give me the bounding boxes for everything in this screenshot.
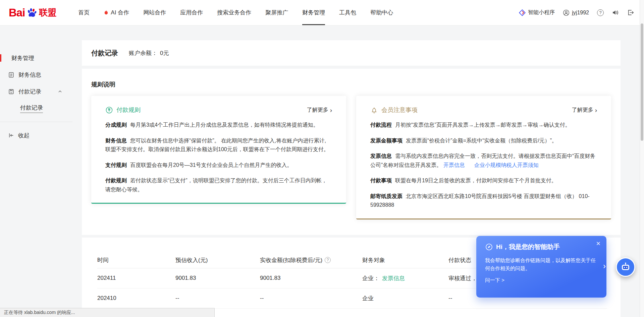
notice-label: 发票金额事项 bbox=[370, 138, 402, 143]
chevron-up-icon[interactable] bbox=[58, 89, 62, 94]
card-title: 会员注意事项 bbox=[381, 106, 418, 114]
assistant-next-chevron-icon[interactable]: › bbox=[603, 262, 606, 270]
smart-assistant-popup: Hi，我是您的智能助手 × 我会帮助您诊断合作链路问题，以及解答您关于任何合作相… bbox=[476, 236, 606, 298]
vertical-scrollbar[interactable] bbox=[640, 0, 644, 317]
rule-item: 付款规则若付款状态显示“已支付”，说明联盟已安排了您的付款。支付后三个工作日内到… bbox=[105, 176, 332, 194]
top-navigation-bar: Bai 联盟 首页 AI 合作 网站合作 应用合作 bbox=[0, 0, 644, 25]
rule-label: 支付规则 bbox=[105, 162, 127, 168]
member-notice-bell-icon bbox=[370, 106, 378, 114]
notice-text: 联盟在每月19日之后签收的发票，付款时间安排在下个月首批支付。 bbox=[395, 178, 557, 183]
sidebar: 财务管理 财务信息 付款记录 bbox=[0, 25, 82, 317]
miniprogram-label: 智能小程序 bbox=[528, 9, 555, 16]
rule-item: 分成规则每月第3或4个工作日产出上月分成信息及发票信息，如有特殊情况将提前通知。 bbox=[105, 121, 332, 130]
sidebar-label: 付款记录 bbox=[18, 88, 41, 96]
notice-item: 发票信息需与系统内发票信息内容完全一致，否则无法支付。请根据发票信息页面中“百度… bbox=[370, 152, 597, 170]
cell-estimated: 9001.83 bbox=[175, 275, 260, 281]
chevron-right-icon: › bbox=[595, 107, 597, 113]
cell-actual: 9001.83 bbox=[260, 275, 362, 281]
notice-text: 发票票面“价税合计”金额=系统中“实收金额（扣除税费后/元）”。 bbox=[406, 138, 557, 143]
assistant-header: Hi，我是您的智能助手 bbox=[485, 243, 598, 251]
balance-label: 账户余额： bbox=[129, 49, 157, 57]
rule-label: 分成规则 bbox=[105, 122, 127, 128]
nav-item-help-center[interactable]: 帮助中心 bbox=[370, 0, 393, 25]
rule-text: 百度联盟会在每月20号—31号支付企业会员上个自然月产生的收入。 bbox=[130, 162, 292, 168]
user-account[interactable]: jyj1992 bbox=[563, 9, 589, 16]
cell-time: 202411 bbox=[97, 275, 175, 281]
sidebar-subitem-payment-record[interactable]: 付款记录 bbox=[0, 102, 82, 115]
smart-miniprogram-entry[interactable]: 智能小程序 bbox=[519, 9, 555, 16]
rule-text: 若付款状态显示“已支付”，说明联盟已安排了您的付款。支付后三个工作日内到帐，请您… bbox=[105, 178, 327, 192]
notice-label: 付款事项 bbox=[370, 178, 392, 183]
payment-rules-more-link[interactable]: 了解更多 › bbox=[307, 107, 332, 114]
cell-entity: 企业 bbox=[362, 295, 448, 302]
sidebar-item-finance-management[interactable]: 财务管理 bbox=[0, 51, 82, 65]
small-taxpayer-guide-link[interactable]: 企业小规模纳税人开票须知 bbox=[474, 162, 539, 168]
cell-entity: 企业：发票信息 bbox=[362, 274, 448, 282]
nav-label: 首页 bbox=[78, 9, 90, 16]
cell-estimated: -- bbox=[175, 295, 260, 302]
rules-section-title: 规则说明 bbox=[91, 80, 611, 88]
page-title: 付款记录 bbox=[91, 49, 118, 58]
invoice-info-table-link[interactable]: 发票信息 bbox=[382, 275, 405, 281]
sidebar-item-payment-record[interactable]: 付款记录 bbox=[0, 85, 82, 98]
more-label: 了解更多 bbox=[307, 107, 328, 114]
balance-value: 0元 bbox=[160, 49, 169, 57]
baidu-paw-icon bbox=[26, 7, 38, 19]
help-icon[interactable]: ? bbox=[325, 257, 331, 263]
sidebar-label: 财务信息 bbox=[18, 71, 41, 79]
more-label: 了解更多 bbox=[572, 107, 593, 114]
nav-item-home[interactable]: 首页 bbox=[78, 0, 90, 25]
ask-now-link[interactable]: 问一下 > bbox=[485, 277, 598, 283]
rules-cards: 付款规则 了解更多 › 分成规则每月第3或4个工作日产出上月分成信息及发票信息，… bbox=[91, 96, 611, 219]
rule-item: 支付规则百度联盟会在每月20号—31号支付企业会员上个自然月产生的收入。 bbox=[105, 161, 332, 170]
payment-record-icon bbox=[8, 88, 14, 95]
nav-item-website-cooperation[interactable]: 网站合作 bbox=[143, 0, 166, 25]
nav-item-ai-cooperation[interactable]: AI 合作 bbox=[104, 0, 129, 25]
user-icon bbox=[563, 9, 570, 16]
sidebar-label: 收起 bbox=[18, 132, 30, 139]
question-glyph: ? bbox=[597, 9, 604, 16]
sidebar-collapse-button[interactable]: 收起 bbox=[0, 129, 82, 142]
nav-item-app-cooperation[interactable]: 应用合作 bbox=[180, 0, 203, 25]
invoice-info-link[interactable]: 开票信息 bbox=[443, 162, 465, 168]
close-icon[interactable]: × bbox=[596, 240, 600, 247]
page-title-panel: 付款记录 账户余额： 0元 bbox=[82, 40, 621, 66]
nav-item-toolkit[interactable]: 工具包 bbox=[339, 0, 356, 25]
rule-label: 财务信息 bbox=[105, 138, 127, 143]
announcement-speaker-icon[interactable] bbox=[612, 9, 619, 16]
assistant-title: Hi，我是您的智能助手 bbox=[496, 243, 560, 251]
column-time: 时间 bbox=[97, 256, 175, 264]
account-balance: 账户余额： 0元 bbox=[129, 49, 169, 57]
rule-label: 付款规则 bbox=[105, 178, 127, 183]
sidebar-label: 财务管理 bbox=[11, 54, 34, 62]
notice-text: 北京市海淀区西北旺东路10号院百度科技园5号楼 百度联盟财务组（收） 010-5… bbox=[370, 193, 590, 208]
column-finance-entity: 财务对象 bbox=[362, 256, 448, 264]
nav-label: 搜索业务合作 bbox=[217, 9, 251, 16]
member-notice-more-link[interactable]: 了解更多 › bbox=[572, 107, 597, 114]
notice-label: 邮寄纸质发票 bbox=[370, 193, 402, 199]
scrollbar-thumb[interactable] bbox=[641, 23, 643, 141]
logout-icon[interactable] bbox=[627, 9, 634, 16]
payment-rules-card: 付款规则 了解更多 › 分成规则每月第3或4个工作日产出上月分成信息及发票信息，… bbox=[91, 96, 346, 204]
nav-item-search-cooperation[interactable]: 搜索业务合作 bbox=[217, 0, 251, 25]
sidebar-label: 付款记录 bbox=[20, 104, 43, 113]
member-notice-card: 会员注意事项 了解更多 › 付款流程月初按“发票信息”页面开具发票→上传发票→邮… bbox=[356, 96, 611, 219]
nav-label: 网站合作 bbox=[143, 9, 166, 16]
assistant-message: 我会帮助您诊断合作链路问题，以及解答您关于任何合作相关的问题。 bbox=[485, 256, 597, 272]
help-question-icon[interactable]: ? bbox=[597, 9, 604, 16]
notice-item: 付款事项联盟在每月19日之后签收的发票，付款时间安排在下个月首批支付。 bbox=[370, 176, 597, 185]
nav-item-screen-promotion[interactable]: 聚屏推广 bbox=[265, 0, 288, 25]
flame-icon bbox=[104, 10, 109, 15]
sidebar-item-finance-info[interactable]: 财务信息 bbox=[0, 68, 82, 81]
notice-label: 发票信息 bbox=[370, 153, 392, 159]
assistant-robot-fab[interactable] bbox=[616, 257, 635, 277]
payment-rules-icon bbox=[105, 106, 113, 114]
browser-status-bar: 正在等待 xlab.baidu.com 的响应... bbox=[0, 308, 215, 317]
baidu-union-logo[interactable]: Bai 联盟 bbox=[9, 0, 56, 25]
rules-panel: 规则说明 付款规则 了解更多 › bbox=[82, 69, 621, 235]
entity-label: 企业 bbox=[362, 295, 374, 302]
cell-time: 202410 bbox=[97, 295, 175, 302]
nav-item-finance-management[interactable]: 财务管理 bbox=[302, 0, 325, 25]
miniprogram-icon bbox=[519, 9, 526, 16]
chevron-right-icon: › bbox=[330, 107, 332, 113]
